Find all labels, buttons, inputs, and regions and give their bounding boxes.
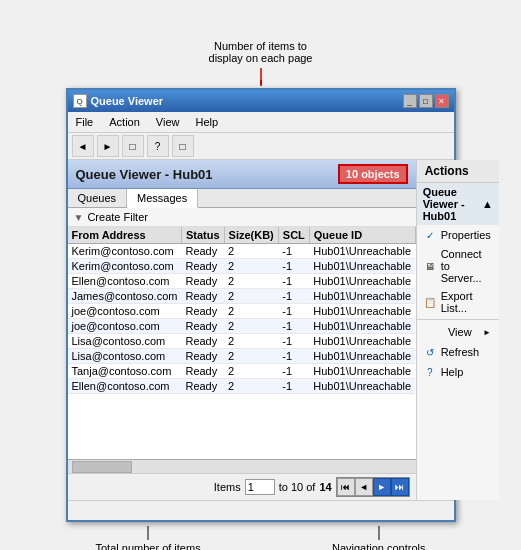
- action-item-0[interactable]: ✓Properties: [417, 225, 499, 245]
- actions-section-title[interactable]: Queue Viewer - Hub01 ▲: [417, 183, 499, 225]
- cell-1-4: Hub01\Unreachable: [309, 259, 415, 274]
- cell-1-3: -1: [278, 259, 309, 274]
- items-label: Items: [214, 481, 241, 493]
- window-icon: Q: [73, 94, 87, 108]
- toolbar-forward[interactable]: ►: [97, 135, 119, 157]
- menu-action[interactable]: Action: [105, 114, 144, 130]
- toolbar-extra[interactable]: □: [172, 135, 194, 157]
- action-icon-3: [423, 325, 437, 339]
- action-label-3: View: [448, 326, 472, 338]
- cell-7-4: Hub01\Unreachable: [309, 349, 415, 364]
- scroll-thumb[interactable]: [72, 461, 132, 473]
- minimize-button[interactable]: _: [403, 94, 417, 108]
- cell-1-0: Kerim@contoso.com: [68, 259, 182, 274]
- table-row[interactable]: Lisa@contoso.comReady2-1Hub01\Unreachabl…: [68, 334, 416, 349]
- action-item-4[interactable]: ↺Refresh: [417, 342, 499, 362]
- table-row[interactable]: joe@contoso.comReady2-1Hub01\Unreachable: [68, 304, 416, 319]
- cell-9-1: Ready: [181, 379, 224, 394]
- data-table: From Address Status Size(KB) SCL Queue I…: [68, 227, 416, 394]
- cell-3-3: -1: [278, 289, 309, 304]
- annotation-arrow-bottom-right: [378, 526, 380, 540]
- nav-controls: ⏮ ◄ ► ⏭: [336, 477, 410, 497]
- cell-6-0: Lisa@contoso.com: [68, 334, 182, 349]
- nav-next[interactable]: ►: [373, 478, 391, 496]
- status-bar: [68, 500, 454, 520]
- main-content: Queue Viewer - Hub01 10 objects Queues M…: [68, 160, 454, 500]
- table-row[interactable]: Kerim@contoso.comReady2-1Hub01\Unreachab…: [68, 259, 416, 274]
- toolbar-back[interactable]: ◄: [72, 135, 94, 157]
- tab-messages[interactable]: Messages: [127, 189, 198, 208]
- cell-7-2: 2: [224, 349, 278, 364]
- right-panel: Actions Queue Viewer - Hub01 ▲ ✓Properti…: [417, 160, 499, 500]
- action-item-2[interactable]: 📋Export List...: [417, 287, 499, 317]
- filter-label[interactable]: Create Filter: [87, 211, 148, 223]
- cell-3-0: James@contoso.com: [68, 289, 182, 304]
- table-row[interactable]: James@contoso.comReady2-1Hub01\Unreachab…: [68, 289, 416, 304]
- nav-first[interactable]: ⏮: [337, 478, 355, 496]
- table-row[interactable]: Tanja@contoso.comReady2-1Hub01\Unreachab…: [68, 364, 416, 379]
- action-item-3[interactable]: View►: [417, 322, 499, 342]
- bottom-left-annotation: Total number of items: [96, 526, 201, 550]
- cell-8-4: Hub01\Unreachable: [309, 364, 415, 379]
- cell-6-4: Hub01\Unreachable: [309, 334, 415, 349]
- cell-2-3: -1: [278, 274, 309, 289]
- table-row[interactable]: joe@contoso.comReady2-1Hub01\Unreachable: [68, 319, 416, 334]
- cell-4-0: joe@contoso.com: [68, 304, 182, 319]
- cell-0-0: Kerim@contoso.com: [68, 244, 182, 259]
- close-button[interactable]: ✕: [435, 94, 449, 108]
- table-row[interactable]: Ellen@contoso.comReady2-1Hub01\Unreachab…: [68, 379, 416, 394]
- menu-view[interactable]: View: [152, 114, 184, 130]
- menu-help[interactable]: Help: [191, 114, 222, 130]
- action-label-0: Properties: [441, 229, 491, 241]
- page-of-label: to 10 of: [279, 481, 316, 493]
- action-icon-5: ?: [423, 365, 437, 379]
- panel-header: Queue Viewer - Hub01 10 objects: [68, 160, 416, 189]
- cell-4-4: Hub01\Unreachable: [309, 304, 415, 319]
- cell-6-1: Ready: [181, 334, 224, 349]
- cell-4-1: Ready: [181, 304, 224, 319]
- page-input[interactable]: [245, 479, 275, 495]
- cell-6-3: -1: [278, 334, 309, 349]
- table-row[interactable]: Lisa@contoso.comReady2-1Hub01\Unreachabl…: [68, 349, 416, 364]
- filter-icon: ▼: [74, 212, 84, 223]
- nav-last[interactable]: ⏭: [391, 478, 409, 496]
- window-title: Queue Viewer: [91, 95, 164, 107]
- table-row[interactable]: Kerim@contoso.comReady2-1Hub01\Unreachab…: [68, 244, 416, 259]
- toolbar: ◄ ► □ ? □: [68, 133, 454, 160]
- cell-7-0: Lisa@contoso.com: [68, 349, 182, 364]
- total-items: 14: [319, 481, 331, 493]
- action-submenu-3: View►: [423, 325, 491, 339]
- action-item-1[interactable]: 🖥Connect to Server...: [417, 245, 499, 287]
- table-header-row: From Address Status Size(KB) SCL Queue I…: [68, 227, 416, 244]
- nav-controls-annotation: Navigation controls: [332, 542, 426, 550]
- table-row[interactable]: Ellen@contoso.comReady2-1Hub01\Unreachab…: [68, 274, 416, 289]
- cell-6-2: 2: [224, 334, 278, 349]
- cell-2-0: Ellen@contoso.com: [68, 274, 182, 289]
- action-arrow-3: ►: [483, 328, 491, 337]
- col-queue: Queue ID: [309, 227, 415, 244]
- cell-2-4: Hub01\Unreachable: [309, 274, 415, 289]
- top-annotation-text: Number of items to display on each page: [209, 40, 313, 64]
- tabs: Queues Messages: [68, 189, 416, 208]
- toolbar-help[interactable]: ?: [147, 135, 169, 157]
- horizontal-scrollbar[interactable]: [68, 459, 416, 473]
- action-label-2: Export List...: [441, 290, 491, 314]
- cell-5-4: Hub01\Unreachable: [309, 319, 415, 334]
- action-item-5[interactable]: ?Help: [417, 362, 499, 382]
- menu-file[interactable]: File: [72, 114, 98, 130]
- col-from: From Address: [68, 227, 182, 244]
- cell-3-1: Ready: [181, 289, 224, 304]
- maximize-button[interactable]: □: [419, 94, 433, 108]
- cell-8-1: Ready: [181, 364, 224, 379]
- annotation-arrow-bottom-left: [147, 526, 149, 540]
- toolbar-stop[interactable]: □: [122, 135, 144, 157]
- cell-1-1: Ready: [181, 259, 224, 274]
- title-controls: _ □ ✕: [403, 94, 449, 108]
- action-list: ✓Properties🖥Connect to Server...📋Export …: [417, 225, 499, 382]
- nav-prev[interactable]: ◄: [355, 478, 373, 496]
- cell-9-3: -1: [278, 379, 309, 394]
- panel-title: Queue Viewer - Hub01: [76, 167, 213, 182]
- tab-queues[interactable]: Queues: [68, 189, 128, 207]
- action-icon-4: ↺: [423, 345, 437, 359]
- section-collapse-icon: ▲: [482, 198, 493, 210]
